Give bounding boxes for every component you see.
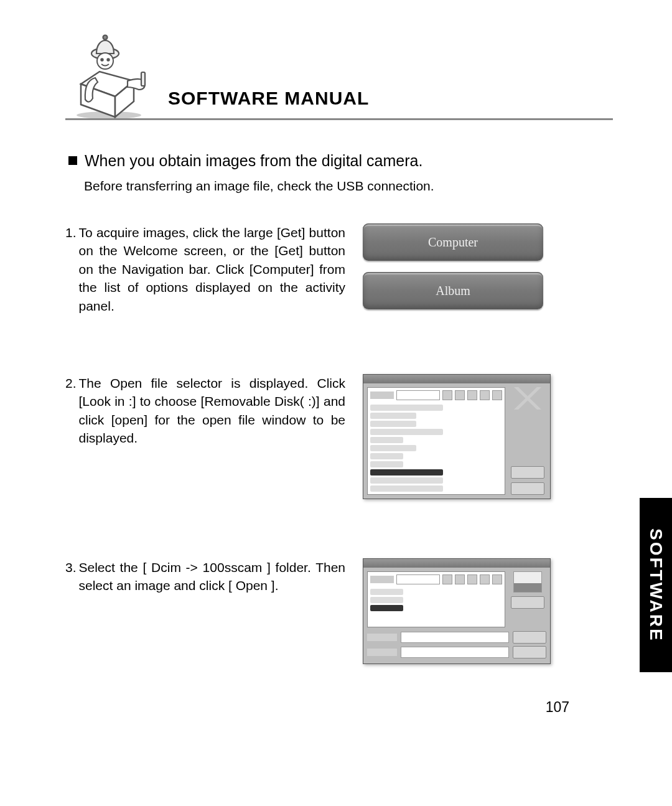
- toolbar-icon[interactable]: [442, 390, 452, 400]
- section-intro: Before transferring an image file, check…: [84, 179, 613, 194]
- tree-item-selected[interactable]: [370, 469, 443, 476]
- filename-label: [367, 634, 397, 641]
- dialog-titlebar: [363, 559, 550, 568]
- svg-point-5: [107, 59, 109, 60]
- mascot-illustration: [65, 25, 152, 118]
- preview-thumbnail: [513, 571, 542, 593]
- step-1-text: 1. To acquire images, click the large [G…: [65, 223, 345, 315]
- step-3-figure: [363, 558, 613, 664]
- folder-tree: [367, 387, 505, 495]
- toolbar-icon[interactable]: [467, 390, 477, 400]
- svg-point-2: [103, 35, 108, 40]
- open-file-dialog-1: [363, 374, 551, 499]
- filetype-combo[interactable]: [401, 647, 509, 658]
- tree-item[interactable]: [370, 461, 403, 467]
- computer-button-label: Computer: [428, 235, 478, 250]
- svg-point-4: [101, 59, 103, 60]
- step-1-body: To acquire images, click the large [Get]…: [79, 223, 345, 315]
- page-header: SOFTWARE MANUAL: [65, 25, 613, 120]
- dialog-titlebar: [363, 375, 550, 383]
- toolbar-icon[interactable]: [467, 574, 477, 584]
- tree-item[interactable]: [370, 437, 403, 443]
- side-tab-software: SOFTWARE: [640, 498, 672, 672]
- filename-field[interactable]: [401, 632, 509, 643]
- tree-item[interactable]: [370, 405, 443, 411]
- svg-point-3: [97, 53, 113, 69]
- step-2-figure: [363, 374, 613, 499]
- step-1: 1. To acquire images, click the large [G…: [65, 223, 613, 315]
- file-item[interactable]: [370, 597, 403, 603]
- activity-panel-buttons: Computer Album: [363, 223, 543, 309]
- bullet-icon: [68, 156, 77, 165]
- file-item-selected[interactable]: [370, 605, 403, 611]
- open-button[interactable]: [513, 631, 546, 644]
- tree-item[interactable]: [370, 445, 416, 451]
- page-number: 107: [546, 699, 569, 716]
- step-2-body: The Open file selector is displayed. Cli…: [79, 374, 345, 448]
- file-item[interactable]: [370, 589, 403, 595]
- step-3-number: 3.: [65, 558, 77, 595]
- section-heading-text: When you obtain images from the digital …: [85, 151, 422, 170]
- tree-item[interactable]: [370, 413, 416, 419]
- computer-button[interactable]: Computer: [363, 223, 543, 261]
- page-title: SOFTWARE MANUAL: [168, 88, 369, 109]
- tree-item[interactable]: [370, 477, 443, 484]
- tree-item[interactable]: [370, 421, 416, 427]
- toolbar-icon[interactable]: [442, 574, 452, 584]
- album-button-label: Album: [436, 284, 470, 298]
- step-3-body: Select the [ Dcim -> 100sscam ] folder. …: [79, 558, 345, 595]
- no-preview-icon: [514, 387, 541, 410]
- step-2-number: 2.: [65, 374, 77, 448]
- step-3: 3. Select the [ Dcim -> 100sscam ] folde…: [65, 558, 613, 664]
- toolbar-icon[interactable]: [480, 574, 490, 584]
- toolbar-icon[interactable]: [492, 574, 502, 584]
- preview-button[interactable]: [511, 596, 544, 609]
- lookin-combo[interactable]: [396, 574, 440, 584]
- album-button[interactable]: Album: [363, 272, 543, 309]
- cancel-button[interactable]: [513, 646, 546, 658]
- cancel-button[interactable]: [511, 482, 544, 495]
- toolbar-icon[interactable]: [492, 390, 502, 400]
- filetype-label: [367, 649, 397, 656]
- svg-rect-6: [141, 72, 145, 86]
- toolbar-icon[interactable]: [455, 390, 465, 400]
- file-list: [367, 571, 505, 627]
- step-3-text: 3. Select the [ Dcim -> 100sscam ] folde…: [65, 558, 345, 595]
- dialog-bottom: [363, 631, 550, 663]
- step-1-figure: Computer Album: [363, 223, 613, 309]
- tree-item[interactable]: [370, 453, 403, 459]
- tree-item[interactable]: [370, 485, 443, 492]
- open-file-dialog-2: [363, 558, 551, 664]
- section-heading: When you obtain images from the digital …: [68, 151, 613, 170]
- steps-list: 1. To acquire images, click the large [G…: [65, 223, 613, 664]
- step-2-text: 2. The Open file selector is displayed. …: [65, 374, 345, 448]
- open-button[interactable]: [511, 466, 544, 479]
- manual-page: SOFTWARE MANUAL When you obtain images f…: [0, 0, 672, 806]
- tree-item[interactable]: [370, 429, 443, 435]
- step-1-number: 1.: [65, 223, 77, 315]
- toolbar-icon[interactable]: [480, 390, 490, 400]
- step-2: 2. The Open file selector is displayed. …: [65, 374, 613, 499]
- toolbar-icon[interactable]: [455, 574, 465, 584]
- lookin-combo[interactable]: [396, 390, 440, 400]
